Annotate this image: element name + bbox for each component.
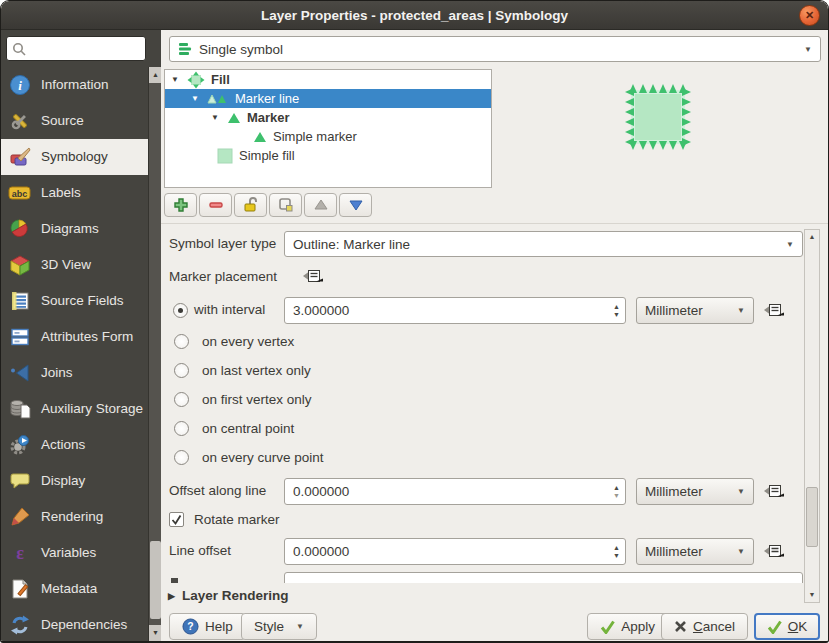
sidebar-item-joins[interactable]: Joins bbox=[1, 355, 148, 391]
placement-option-row: on every curve point bbox=[174, 450, 324, 465]
cancel-button[interactable]: Cancel bbox=[661, 613, 748, 640]
line-offset-spinbox[interactable]: ▲▼ bbox=[284, 538, 626, 565]
move-down-button[interactable] bbox=[339, 193, 372, 217]
on-first-vertex-only-radio[interactable] bbox=[174, 392, 189, 407]
tree-row-marker[interactable]: ▼ Marker bbox=[165, 108, 491, 127]
interval-spinbox[interactable]: ▲▼ bbox=[284, 297, 626, 324]
spin-down-icon[interactable]: ▼ bbox=[613, 311, 620, 319]
chevron-down-icon: ▼ bbox=[737, 547, 745, 556]
sidebar-item-diagrams[interactable]: Diagrams bbox=[1, 211, 148, 247]
with-interval-radio[interactable] bbox=[173, 303, 188, 318]
data-defined-override-button[interactable] bbox=[302, 268, 325, 285]
auxiliary-storage-icon bbox=[8, 398, 32, 420]
line-offset-unit-select[interactable]: Millimeter ▼ bbox=[636, 538, 754, 565]
sidebar-item-display[interactable]: Display bbox=[1, 463, 148, 499]
renderer-value: Single symbol bbox=[199, 42, 798, 57]
add-symbol-layer-button[interactable] bbox=[164, 193, 197, 217]
ok-button[interactable]: OK bbox=[754, 613, 820, 640]
spin-up-icon[interactable]: ▲ bbox=[613, 484, 620, 492]
renderer-select[interactable]: Single symbol ▼ bbox=[169, 36, 821, 62]
offset-along-line-spinbox[interactable]: ▲▼ bbox=[284, 478, 626, 505]
sidebar-item-metadata[interactable]: Metadata bbox=[1, 571, 148, 607]
spin-up-icon[interactable]: ▲ bbox=[613, 303, 620, 311]
on-every-curve-point-radio[interactable] bbox=[174, 450, 189, 465]
sidebar-item-rendering[interactable]: Rendering bbox=[1, 499, 148, 535]
placement-option-row: on first vertex only bbox=[174, 392, 312, 407]
offset-along-line-input[interactable] bbox=[285, 479, 608, 504]
sidebar-item-source[interactable]: Source bbox=[1, 103, 148, 139]
style-button[interactable]: Style ▼ bbox=[241, 613, 317, 640]
offset-along-line-unit-select[interactable]: Millimeter ▼ bbox=[636, 478, 754, 505]
symbology-panel: Single symbol ▼ ▼ Fill ▼ Marker line ▼ M… bbox=[161, 30, 828, 641]
sidebar-item-symbology[interactable]: Symbology bbox=[1, 139, 148, 175]
svg-text:i: i bbox=[18, 78, 22, 93]
line-offset-input[interactable] bbox=[285, 539, 608, 564]
sidebar-item-attributes-form[interactable]: Attributes Form bbox=[1, 319, 148, 355]
interval-unit-select[interactable]: Millimeter ▼ bbox=[636, 297, 754, 324]
spin-down-icon[interactable]: ▼ bbox=[613, 552, 620, 560]
separator bbox=[161, 223, 828, 224]
remove-symbol-layer-button[interactable] bbox=[199, 193, 232, 217]
scroll-down-icon[interactable]: ▼ bbox=[805, 588, 819, 602]
rotate-marker-checkbox[interactable] bbox=[169, 512, 184, 527]
duplicate-symbol-layer-button[interactable] bbox=[269, 193, 302, 217]
on-central-point-radio[interactable] bbox=[174, 421, 189, 436]
sidebar-item-actions[interactable]: Actions bbox=[1, 427, 148, 463]
x-icon bbox=[674, 620, 687, 633]
dependencies-icon bbox=[8, 614, 32, 636]
add-icon bbox=[172, 196, 190, 214]
move-up-button[interactable] bbox=[304, 193, 337, 217]
lock-colors-button[interactable] bbox=[234, 193, 267, 217]
tree-row-fill[interactable]: ▼ Fill bbox=[165, 70, 491, 89]
sidebar-item-3d-view[interactable]: 3D View bbox=[1, 247, 148, 283]
expander-down-icon[interactable]: ▼ bbox=[171, 75, 181, 84]
sidebar-item-source-fields[interactable]: Source Fields bbox=[1, 283, 148, 319]
help-button[interactable]: ? Help bbox=[169, 613, 246, 640]
sidebar-item-variables[interactable]: ε Variables bbox=[1, 535, 148, 571]
display-icon bbox=[8, 470, 32, 492]
scroll-up-icon[interactable]: ▲ bbox=[805, 230, 819, 244]
options-scrollbar[interactable]: ▲ ▼ bbox=[804, 229, 820, 603]
variables-icon: ε bbox=[8, 542, 32, 564]
spin-down-icon[interactable]: ▼ bbox=[613, 492, 620, 500]
source-icon bbox=[8, 110, 32, 132]
sidebar-item-labels[interactable]: abc Labels bbox=[1, 175, 148, 211]
sidebar-item-auxiliary-storage[interactable]: Auxiliary Storage bbox=[1, 391, 148, 427]
spin-up-icon[interactable]: ▲ bbox=[613, 544, 620, 552]
close-button[interactable]: ✕ bbox=[799, 5, 820, 26]
on-every-vertex-radio[interactable] bbox=[174, 334, 189, 349]
data-defined-override-icon bbox=[763, 302, 786, 319]
fill-swatch-icon bbox=[187, 71, 205, 89]
window-title: Layer Properties - protected_areas | Sym… bbox=[1, 1, 828, 30]
options-scrollbar-thumb[interactable] bbox=[806, 487, 818, 547]
sidebar-item-information[interactable]: i Information bbox=[1, 67, 148, 103]
interval-input[interactable] bbox=[285, 298, 608, 323]
titlebar[interactable]: Layer Properties - protected_areas | Sym… bbox=[1, 1, 828, 30]
sidebar-scrollbar-thumb[interactable] bbox=[150, 541, 161, 619]
expander-down-icon[interactable]: ▼ bbox=[191, 94, 201, 103]
sidebar-scrollbar[interactable]: ▲ ▼ bbox=[148, 67, 161, 641]
attributes-form-icon bbox=[8, 326, 32, 348]
tree-row-marker-line[interactable]: ▼ Marker line bbox=[165, 89, 491, 108]
svg-text:abc: abc bbox=[12, 189, 28, 199]
data-defined-override-button[interactable] bbox=[763, 483, 786, 500]
data-defined-override-button[interactable] bbox=[763, 543, 786, 560]
sidebar-item-dependencies[interactable]: Dependencies bbox=[1, 607, 148, 643]
on-last-vertex-only-radio[interactable] bbox=[174, 363, 189, 378]
data-defined-override-button[interactable] bbox=[763, 302, 786, 319]
marker-line-icon bbox=[207, 92, 229, 106]
expander-down-icon[interactable]: ▼ bbox=[211, 113, 221, 122]
apply-button[interactable]: Apply bbox=[587, 613, 668, 640]
simple-marker-icon bbox=[253, 131, 267, 143]
sidebar-search[interactable] bbox=[6, 36, 146, 61]
symbol-layer-type-select[interactable]: Outline: Marker line ▼ bbox=[284, 231, 803, 257]
expander-right-icon: ▶ bbox=[168, 591, 175, 601]
search-input[interactable] bbox=[26, 40, 140, 57]
layer-rendering-header[interactable]: ▶ Layer Rendering bbox=[168, 588, 288, 603]
tree-row-simple-marker[interactable]: Simple marker bbox=[165, 127, 491, 146]
clipped-form-row bbox=[161, 569, 804, 583]
sidebar: i Information Source Symbology abc Label… bbox=[1, 30, 161, 641]
tree-row-simple-fill[interactable]: Simple fill bbox=[165, 146, 491, 165]
check-icon bbox=[600, 619, 615, 634]
information-icon: i bbox=[8, 74, 32, 96]
